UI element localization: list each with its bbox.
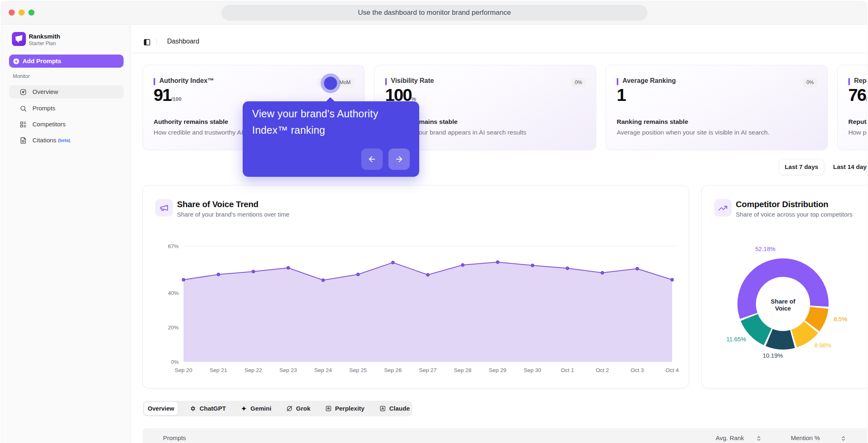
svg-text:Sep 28: Sep 28 — [454, 367, 472, 373]
svg-text:Share of: Share of — [771, 298, 796, 305]
svg-text:20%: 20% — [168, 324, 179, 331]
svg-text:67%: 67% — [168, 243, 179, 249]
svg-text:Sep 23: Sep 23 — [280, 367, 297, 373]
svg-text:0%: 0% — [171, 359, 179, 365]
svg-text:11.65%: 11.65% — [726, 336, 746, 343]
svg-text:Voice: Voice — [775, 305, 791, 312]
svg-text:Oct 1: Oct 1 — [561, 367, 574, 373]
svg-text:Sep 26: Sep 26 — [384, 367, 402, 373]
svg-text:Sep 22: Sep 22 — [245, 367, 262, 373]
svg-text:52.18%: 52.18% — [755, 246, 775, 252]
svg-text:40%: 40% — [168, 290, 179, 296]
svg-text:Oct 3: Oct 3 — [631, 367, 644, 373]
svg-text:10.19%: 10.19% — [762, 352, 783, 359]
svg-text:Sep 24: Sep 24 — [315, 367, 332, 373]
svg-text:Sep 30: Sep 30 — [524, 367, 542, 373]
svg-text:Oct 4: Oct 4 — [666, 367, 679, 373]
svg-text:Sep 29: Sep 29 — [489, 367, 507, 373]
svg-text:Sep 21: Sep 21 — [210, 367, 227, 373]
svg-text:Oct 2: Oct 2 — [596, 367, 609, 373]
svg-text:Sep 25: Sep 25 — [349, 367, 367, 373]
svg-text:Sep 20: Sep 20 — [175, 367, 193, 373]
svg-text:8.98%: 8.98% — [814, 342, 831, 349]
svg-text:Sep 27: Sep 27 — [419, 367, 437, 373]
svg-text:8.5%: 8.5% — [834, 316, 847, 322]
